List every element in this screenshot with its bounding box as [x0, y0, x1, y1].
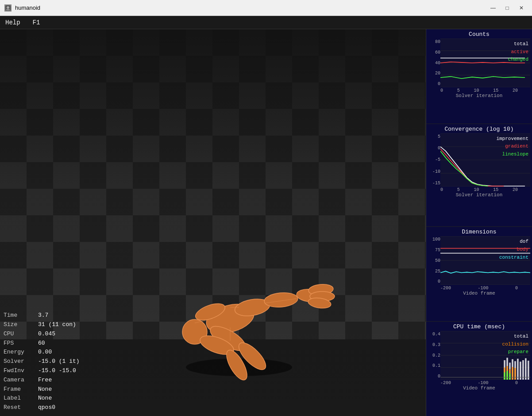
cpu-y-labels: 0.40.30.20.10: [428, 331, 440, 380]
svg-rect-62: [504, 373, 505, 380]
convergence-x-labels: 05101520: [428, 187, 530, 192]
value-camera: Free: [38, 376, 52, 385]
maximize-button[interactable]: □: [501, 4, 513, 12]
cpu-legend: total collision prepare: [502, 333, 528, 356]
svg-point-13: [264, 292, 298, 309]
menu-f1[interactable]: F1: [31, 18, 42, 27]
close-button[interactable]: ✕: [515, 4, 528, 12]
svg-rect-2: [6, 9, 10, 10]
menu-bar: Help F1: [0, 16, 532, 29]
svg-rect-56: [528, 361, 529, 380]
svg-rect-53: [520, 362, 521, 380]
value-fwdinv: -15.0 -15.0: [38, 366, 76, 376]
status-row-energy: Energy 0.00: [4, 348, 80, 357]
label-cpu: CPU: [4, 330, 35, 339]
svg-rect-54: [522, 360, 524, 380]
status-row-camera: Camera Free: [4, 376, 80, 385]
dimensions-chart-panel: Dimensions 1007550250: [426, 227, 532, 322]
convergence-legend: improvement gradient lineslope: [496, 135, 528, 159]
svg-rect-60: [512, 367, 513, 380]
cpu-chart-panel: CPU time (msec) 0.40.30.20.10: [426, 322, 532, 416]
status-row-fwdinv: FwdInv -15.0 -15.0: [4, 366, 80, 376]
svg-rect-52: [517, 359, 519, 380]
convergence-chart-panel: Convergence (log 10) 50-5-10-15: [426, 124, 532, 227]
right-panel: Counts 806040200: [426, 29, 532, 416]
dimensions-x-title: Video frame: [428, 291, 530, 296]
status-row-fps: FPS 60: [4, 339, 80, 348]
label-frame: Frame: [4, 385, 35, 394]
status-row-label: Label None: [4, 394, 80, 403]
label-size: Size: [4, 320, 35, 330]
cpu-x-title: Video frame: [428, 385, 530, 391]
status-row-size: Size 31 (11 con): [4, 320, 80, 330]
convergence-x-title: Solver iteration: [428, 192, 530, 198]
window-title: humanoid: [15, 4, 40, 11]
value-fps: 60: [38, 339, 45, 348]
value-size: 31 (11 con): [38, 320, 76, 330]
counts-chart-panel: Counts 806040200: [426, 29, 532, 124]
counts-chart-title: Counts: [428, 31, 530, 38]
label-energy: Energy: [4, 348, 35, 357]
cpu-chart-title: CPU time (msec): [428, 323, 530, 330]
status-row-solver: Solver -15.0 (1 it): [4, 357, 80, 366]
svg-rect-61: [514, 368, 516, 380]
label-label: Label: [4, 394, 35, 403]
dimensions-x-labels: -200-1000: [428, 286, 530, 291]
status-row-cpu: CPU 0.045: [4, 330, 80, 339]
value-reset: qpos0: [38, 403, 55, 412]
svg-rect-63: [506, 371, 508, 380]
counts-x-title: Solver iteration: [428, 93, 530, 98]
viewport[interactable]: Time 3.7 Size 31 (11 con) CPU 0.045 FPS …: [0, 29, 426, 416]
dimensions-chart-title: Dimensions: [428, 229, 530, 235]
value-energy: 0.00: [38, 348, 52, 357]
label-camera: Camera: [4, 376, 35, 385]
svg-rect-55: [525, 358, 527, 380]
svg-rect-64: [509, 373, 511, 380]
convergence-chart-title: Convergence (log 10): [428, 126, 530, 132]
counts-x-labels: 05101520: [428, 88, 530, 93]
window-controls: — □ ✕: [487, 4, 528, 12]
label-reset: Reset: [4, 403, 35, 412]
label-time: Time: [4, 311, 35, 320]
status-row-time: Time 3.7: [4, 311, 80, 320]
dimensions-legend: dof body constraint: [499, 238, 528, 261]
value-label: None: [38, 394, 52, 403]
titlebar-left: humanoid: [4, 4, 40, 12]
counts-y-labels: 806040200: [428, 39, 440, 87]
main-content: Time 3.7 Size 31 (11 con) CPU 0.045 FPS …: [0, 29, 532, 416]
convergence-y-labels: 50-5-10-15: [428, 133, 440, 187]
value-frame: None: [38, 385, 52, 394]
humanoid-figure: [124, 230, 336, 381]
label-solver: Solver: [4, 357, 35, 366]
label-fps: FPS: [4, 339, 35, 348]
label-fwdinv: FwdInv: [4, 366, 35, 376]
dimensions-y-labels: 1007550250: [428, 236, 440, 285]
value-cpu: 0.045: [38, 330, 55, 339]
title-bar: humanoid — □ ✕: [0, 0, 532, 16]
svg-point-1: [7, 6, 9, 9]
value-time: 3.7: [38, 311, 48, 320]
minimize-button[interactable]: —: [487, 4, 499, 12]
menu-help[interactable]: Help: [4, 18, 22, 27]
app-icon: [4, 4, 12, 12]
counts-legend: total active changed: [508, 40, 528, 64]
status-overlay: Time 3.7 Size 31 (11 con) CPU 0.045 FPS …: [4, 311, 80, 412]
value-solver: -15.0 (1 it): [38, 357, 80, 366]
cpu-x-labels: -200-1000: [428, 381, 530, 385]
status-row-reset: Reset qpos0: [4, 403, 80, 412]
status-row-frame: Frame None: [4, 385, 80, 394]
